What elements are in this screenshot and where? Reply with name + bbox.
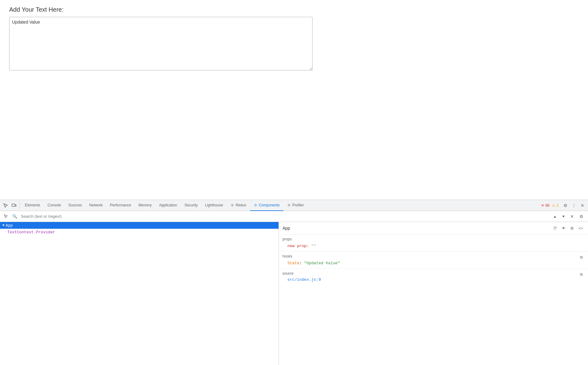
source-section: ⧉ source src/index.js:9 [279, 269, 588, 284]
tab-memory[interactable]: Memory [135, 200, 155, 211]
redux-icon: ⚛ [230, 203, 234, 208]
warning-icon: ⚠ [552, 203, 555, 208]
tab-components[interactable]: ⚛ Components [250, 200, 283, 211]
tab-network[interactable]: Network [85, 200, 106, 211]
devtools-panel: Elements Console Sources Network Perform… [0, 200, 588, 365]
close-devtools-button[interactable]: ✕ [578, 201, 587, 210]
devtools-main: ▼ App TextContext.Provider App ⏱ 👁 ⚙ <> [0, 222, 588, 365]
tree-label-app: App [6, 223, 13, 228]
devtools-toolbar: Elements Console Sources Network Perform… [0, 200, 588, 211]
cursor-inspect-button[interactable] [2, 213, 10, 220]
search-input[interactable] [20, 214, 550, 219]
tab-performance[interactable]: Performance [106, 200, 135, 211]
inspect-element-button[interactable] [1, 201, 10, 210]
props-section: props new prop: "" [279, 235, 588, 252]
source-copy-button[interactable]: ⧉ [578, 271, 584, 277]
page-textarea[interactable]: Updated Value [9, 17, 313, 70]
search-button[interactable]: 🔍 [11, 213, 18, 220]
props-new-prop-key: new prop: [287, 244, 309, 248]
hooks-title: ⧉ hooks [283, 254, 584, 258]
warning-badge: ⚠ 2 [552, 203, 559, 208]
source-title: ⧉ source [283, 271, 584, 276]
tab-redux[interactable]: ⚛ Redux [227, 200, 250, 211]
props-new-prop-row: new prop: "" [283, 243, 584, 249]
inspect-dom-button[interactable]: <> [577, 224, 584, 232]
error-badge: ✕ 86 [541, 203, 549, 208]
hooks-state-value: "Updated Value" [304, 261, 340, 265]
page-label: Add Your Text Here: [9, 6, 579, 13]
page-content: Add Your Text Here: Updated Value [0, 0, 588, 200]
tab-sources[interactable]: Sources [65, 200, 85, 211]
tab-application[interactable]: Application [155, 200, 181, 211]
tab-lighthouse[interactable]: Lighthouse [201, 200, 227, 211]
more-options-button[interactable]: ⋮ [570, 201, 578, 210]
source-path[interactable]: src/index.js:9 [283, 277, 584, 282]
tree-label-textcontext: TextContext.Provider [7, 230, 55, 235]
hooks-copy-button[interactable]: ⧉ [578, 254, 584, 260]
device-toolbar-button[interactable] [10, 201, 18, 210]
log-data-button[interactable]: ⚙ [568, 224, 576, 232]
tab-elements[interactable]: Elements [21, 200, 44, 211]
hooks-state-key: State [287, 261, 299, 265]
tab-security[interactable]: Security [181, 200, 201, 211]
component-tree-panel: ▼ App TextContext.Provider [0, 222, 279, 365]
hooks-state-row: State: "Updated Value" [283, 260, 584, 266]
search-settings-button[interactable]: ⚙ [577, 212, 586, 221]
tree-item-app[interactable]: ▼ App [0, 222, 279, 229]
component-details-panel: App ⏱ 👁 ⚙ <> props new prop: "" [279, 222, 588, 365]
details-action-icons: ⏱ 👁 ⚙ <> [551, 224, 584, 232]
tree-item-textcontext[interactable]: TextContext.Provider [5, 229, 279, 235]
error-icon: ✕ [541, 203, 544, 208]
search-close-button[interactable]: ✕ [568, 213, 576, 220]
tab-profiler[interactable]: ⚛ Profiler [283, 200, 308, 211]
props-title: props [283, 237, 584, 241]
search-next-button[interactable]: ▼ [560, 213, 567, 220]
tab-console[interactable]: Console [44, 200, 65, 211]
details-component-name: App [283, 226, 290, 231]
svg-rect-0 [12, 204, 15, 206]
devtools-secondary-toolbar: 🔍 ▲ ▼ ✕ ⚙ [0, 211, 588, 222]
components-icon: ⚛ [254, 203, 258, 208]
profiler-icon: ⚛ [287, 203, 291, 208]
props-new-prop-value: "" [311, 244, 316, 248]
svg-rect-1 [15, 205, 16, 206]
search-prev-button[interactable]: ▲ [551, 213, 559, 220]
view-source-button[interactable]: 👁 [560, 224, 567, 232]
details-header: App ⏱ 👁 ⚙ <> [279, 222, 588, 235]
toolbar-divider-1 [20, 202, 20, 209]
hooks-section: ⧉ hooks State: "Updated Value" [279, 252, 588, 269]
settings-button[interactable]: ⚙ [561, 201, 570, 210]
suspend-button[interactable]: ⏱ [551, 224, 559, 232]
tree-arrow-app: ▼ [2, 224, 5, 227]
